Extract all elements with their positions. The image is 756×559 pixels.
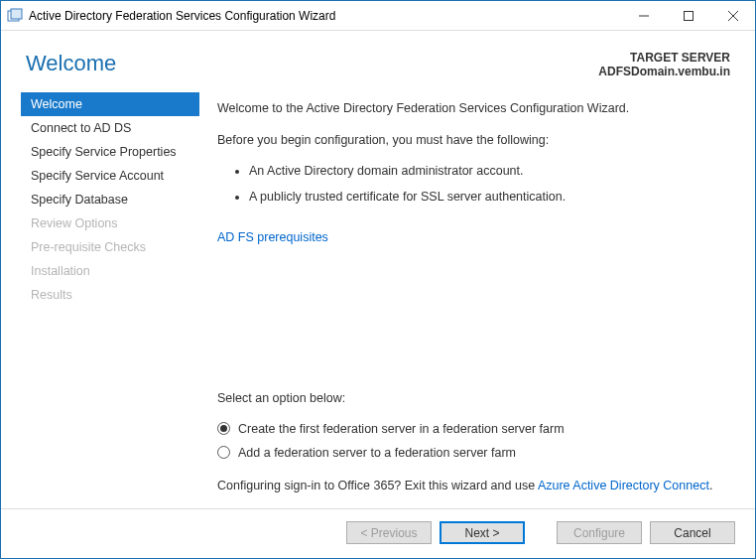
target-server-info: TARGET SERVER ADFSDomain.vembu.in [598, 51, 730, 78]
sidebar-item-review: Review Options [21, 211, 199, 235]
radio-icon [217, 422, 230, 435]
sidebar-item-label: Review Options [31, 216, 118, 230]
o365-prefix: Configuring sign-in to Office 365? Exit … [217, 479, 538, 492]
requirement-item: A publicly trusted certificate for SSL s… [249, 189, 725, 205]
minimize-button[interactable] [621, 1, 666, 30]
app-icon [7, 8, 23, 24]
sidebar-item-service-properties[interactable]: Specify Service Properties [21, 140, 199, 164]
sidebar: Welcome Connect to AD DS Specify Service… [1, 92, 199, 508]
option-label: Add a federation server to a federation … [238, 446, 516, 460]
azure-ad-connect-link[interactable]: Azure Active Directory Connect [538, 479, 709, 492]
sidebar-item-label: Welcome [31, 97, 82, 111]
content-pane: Welcome to the Active Directory Federati… [199, 92, 755, 508]
page-title: Welcome [26, 51, 598, 76]
configure-button: Configure [557, 521, 642, 544]
button-gap [533, 521, 549, 544]
option-create-first[interactable]: Create the first federation server in a … [217, 422, 725, 436]
svg-rect-1 [11, 9, 22, 19]
sidebar-item-label: Specify Service Properties [31, 145, 177, 159]
header: Welcome TARGET SERVER ADFSDomain.vembu.i… [1, 31, 755, 92]
next-button[interactable]: Next > [440, 521, 525, 544]
o365-text: Configuring sign-in to Office 365? Exit … [217, 478, 725, 495]
spacer [217, 260, 725, 390]
select-label: Select an option below: [217, 390, 725, 408]
sidebar-item-welcome[interactable]: Welcome [21, 92, 199, 116]
titlebar: Active Directory Federation Services Con… [1, 1, 755, 31]
option-add-server[interactable]: Add a federation server to a federation … [217, 446, 725, 460]
prerequisites-link[interactable]: AD FS prerequisites [217, 230, 328, 244]
sidebar-item-installation: Installation [21, 259, 199, 283]
sidebar-item-label: Pre-requisite Checks [31, 240, 146, 254]
sidebar-item-service-account[interactable]: Specify Service Account [21, 164, 199, 188]
window-title: Active Directory Federation Services Con… [29, 9, 621, 23]
sidebar-item-label: Connect to AD DS [31, 121, 131, 135]
intro-text: Welcome to the Active Directory Federati… [217, 100, 725, 118]
target-value: ADFSDomain.vembu.in [598, 65, 730, 78]
sidebar-item-label: Specify Service Account [31, 169, 164, 183]
close-button[interactable] [710, 1, 755, 30]
before-text: Before you begin configuration, you must… [217, 132, 725, 150]
cancel-button[interactable]: Cancel [650, 521, 735, 544]
maximize-button[interactable] [666, 1, 710, 30]
sidebar-item-label: Installation [31, 264, 90, 278]
main-row: Welcome Connect to AD DS Specify Service… [1, 92, 755, 508]
radio-icon [217, 446, 230, 459]
target-label: TARGET SERVER [598, 51, 730, 65]
sidebar-item-label: Specify Database [31, 193, 128, 207]
window-controls [621, 1, 755, 30]
svg-rect-3 [684, 11, 693, 20]
sidebar-item-connect[interactable]: Connect to AD DS [21, 116, 199, 140]
sidebar-item-label: Results [31, 288, 72, 302]
o365-suffix: . [709, 479, 712, 492]
sidebar-item-database[interactable]: Specify Database [21, 188, 199, 211]
requirement-list: An Active Directory domain administrator… [249, 163, 725, 215]
sidebar-item-prereq: Pre-requisite Checks [21, 235, 199, 259]
option-label: Create the first federation server in a … [238, 422, 565, 436]
sidebar-item-results: Results [21, 283, 199, 307]
requirement-item: An Active Directory domain administrator… [249, 163, 725, 179]
previous-button: < Previous [346, 521, 432, 544]
footer: < Previous Next > Configure Cancel [1, 508, 755, 558]
